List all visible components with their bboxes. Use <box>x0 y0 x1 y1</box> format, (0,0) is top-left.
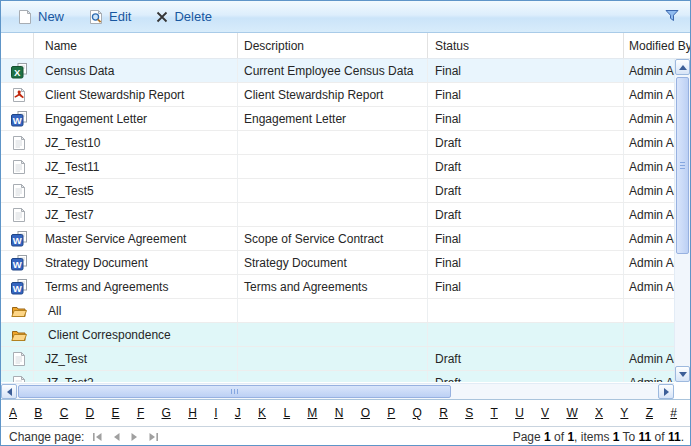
row-modified-by: Admin Ac <box>624 179 674 202</box>
alphabet-filter-letter[interactable]: C <box>60 406 69 420</box>
horizontal-scrollbar-thumb[interactable] <box>18 385 451 398</box>
scroll-left-button[interactable] <box>1 384 17 399</box>
alphabet-filter-letter[interactable]: H <box>188 406 197 420</box>
row-name: All <box>34 299 238 322</box>
row-description <box>238 323 428 346</box>
row-status: Draft <box>428 155 624 178</box>
row-name: Client Correspondence <box>34 323 238 346</box>
row-name: Terms and Agreements <box>34 275 238 298</box>
alphabet-filter-letter[interactable]: W <box>566 406 577 420</box>
table-row[interactable]: JZ_Test11DraftAdmin Ac <box>1 155 674 179</box>
row-name: Strategy Document <box>34 251 238 274</box>
column-header-icon[interactable] <box>1 33 34 58</box>
scroll-up-button[interactable] <box>675 59 690 75</box>
row-name: JZ_Test2 <box>34 371 238 382</box>
table-row[interactable]: JZ_Test5DraftAdmin Ac <box>1 179 674 203</box>
table-row[interactable]: Client Correspondence <box>1 323 674 347</box>
table-row[interactable]: JZ_Test10DraftAdmin Ac <box>1 131 674 155</box>
alphabet-filter-letter[interactable]: Z <box>646 406 653 420</box>
row-status: Final <box>428 83 624 106</box>
alphabet-filter-letter[interactable]: Q <box>413 406 422 420</box>
column-header-modified-by[interactable]: Modified By <box>624 33 690 58</box>
row-name: Census Data <box>34 59 238 82</box>
row-description: Client Stewardship Report <box>238 83 428 106</box>
row-modified-by: Admin Ac <box>624 227 674 250</box>
scroll-right-button[interactable] <box>658 384 674 399</box>
table-row[interactable]: WMaster Service AgreementScope of Servic… <box>1 227 674 251</box>
table-row[interactable]: XCensus DataCurrent Employee Census Data… <box>1 59 674 83</box>
alphabet-filter-letter[interactable]: K <box>258 406 266 420</box>
delete-button[interactable]: Delete <box>147 5 220 28</box>
row-modified-by: Admin Ac <box>624 107 674 130</box>
alphabet-filter-letter[interactable]: J <box>235 406 241 420</box>
document-file-icon <box>1 155 34 178</box>
table-row[interactable]: JZ_Test7DraftAdmin Ac <box>1 203 674 227</box>
alphabet-filter-letter[interactable]: L <box>283 406 290 420</box>
next-page-button[interactable] <box>130 432 139 442</box>
first-page-button[interactable] <box>92 432 103 442</box>
row-status: Draft <box>428 203 624 226</box>
row-modified-by: Admin Ac <box>624 275 674 298</box>
alphabet-filter-bar: ABCDEFGHIJKLMNOPQRSTUVWXYZ# <box>1 400 690 427</box>
row-description <box>238 131 428 154</box>
alphabet-filter-letter[interactable]: D <box>86 406 95 420</box>
row-description <box>238 299 428 322</box>
filter-button[interactable] <box>662 5 682 29</box>
column-header-description[interactable]: Description <box>238 33 428 58</box>
table-row[interactable]: WStrategy DocumentStrategy DocumentFinal… <box>1 251 674 275</box>
edit-button[interactable]: Edit <box>80 5 139 29</box>
alphabet-filter-letter[interactable]: R <box>439 406 448 420</box>
table-row[interactable]: JZ_TestDraftAdmin Ac <box>1 347 674 371</box>
table-row[interactable]: Client Stewardship ReportClient Stewards… <box>1 83 674 107</box>
alphabet-filter-letter[interactable]: N <box>335 406 344 420</box>
alphabet-filter-letter[interactable]: P <box>387 406 395 420</box>
horizontal-scrollbar[interactable] <box>1 383 674 399</box>
document-file-icon <box>1 371 34 382</box>
row-description <box>238 155 428 178</box>
alphabet-filter-letter[interactable]: E <box>112 406 120 420</box>
table-row[interactable]: JZ_Test2DraftAdmin Ac <box>1 371 674 382</box>
alphabet-filter-letter[interactable]: Y <box>620 406 628 420</box>
alphabet-filter-letter[interactable]: S <box>465 406 473 420</box>
row-name: Master Service Agreement <box>34 227 238 250</box>
alphabet-filter-letter[interactable]: A <box>9 406 17 420</box>
column-header-name[interactable]: Name <box>34 33 238 58</box>
vertical-scrollbar-thumb[interactable] <box>676 77 689 254</box>
change-page-label: Change page: <box>9 430 84 444</box>
table-row[interactable]: WTerms and AgreementsTerms and Agreement… <box>1 275 674 299</box>
vertical-scrollbar[interactable] <box>674 59 690 382</box>
row-status: Final <box>428 251 624 274</box>
column-header-status[interactable]: Status <box>428 33 624 58</box>
table-row[interactable]: All <box>1 299 674 323</box>
scroll-right-icon <box>664 388 669 396</box>
delete-x-icon <box>155 10 169 24</box>
alphabet-filter-letter[interactable]: O <box>361 406 370 420</box>
new-button[interactable]: New <box>9 5 72 29</box>
alphabet-filter-letter[interactable]: X <box>595 406 603 420</box>
alphabet-filter-letter[interactable]: # <box>670 406 677 420</box>
row-description <box>238 203 428 226</box>
row-modified-by <box>624 323 674 346</box>
row-description: Strategy Document <box>238 251 428 274</box>
last-page-button[interactable] <box>148 432 159 442</box>
alphabet-filter-letter[interactable]: F <box>137 406 144 420</box>
scroll-down-icon <box>679 372 687 377</box>
word-file-icon: W <box>1 227 34 250</box>
folder-open-icon <box>1 299 34 322</box>
edit-button-label: Edit <box>109 9 131 24</box>
pager-buttons <box>92 432 159 442</box>
alphabet-filter-letter[interactable]: G <box>162 406 171 420</box>
alphabet-filter-letter[interactable]: M <box>307 406 317 420</box>
alphabet-filter-letter[interactable]: V <box>541 406 549 420</box>
scroll-down-button[interactable] <box>675 366 690 382</box>
alphabet-filter-letter[interactable]: U <box>515 406 524 420</box>
row-name: JZ_Test11 <box>34 155 238 178</box>
table-row[interactable]: WEngagement LetterEngagement LetterFinal… <box>1 107 674 131</box>
row-description: Engagement Letter <box>238 107 428 130</box>
alphabet-filter-letter[interactable]: B <box>34 406 42 420</box>
prev-page-button[interactable] <box>112 432 121 442</box>
alphabet-filter-letter[interactable]: I <box>214 406 217 420</box>
svg-text:W: W <box>13 282 22 293</box>
document-file-icon <box>1 179 34 202</box>
alphabet-filter-letter[interactable]: T <box>491 406 498 420</box>
